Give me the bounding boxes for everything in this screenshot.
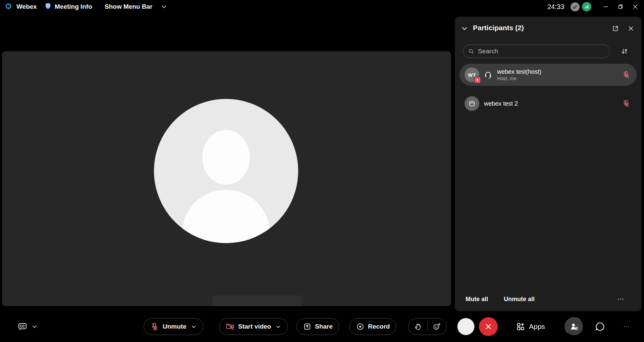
apps-label: Apps [529,323,545,331]
shield-icon [44,2,52,11]
participant-row[interactable]: webex test 2 [460,93,637,115]
controls-dock-shadow [213,295,302,306]
participant-name: webex test 2 [484,100,518,108]
chevron-down-icon[interactable] [191,324,197,330]
presenter-badge-icon [474,76,481,83]
control-bar: CC Unmute Start video [0,311,644,342]
close-panel-button[interactable] [625,23,637,34]
participants-panel-header: Participants (2) [455,21,641,36]
show-menu-bar-button[interactable]: Show Menu Bar [105,0,168,13]
device-avatar [465,96,479,111]
chevron-down-icon [160,3,168,10]
app-title: Webex [16,3,37,10]
divider [427,322,428,331]
leave-meeting-button[interactable] [479,317,498,336]
encryption-indicator[interactable] [571,0,580,13]
unmute-label: Unmute [163,323,186,330]
participants-panel: Participants (2) [455,17,641,311]
raise-hand-icon[interactable] [414,322,423,331]
show-menu-bar-label: Show Menu Bar [105,3,153,10]
webex-brand: Webex [3,0,37,13]
title-bar: Webex Meeting Info Show Menu Bar 24:33 [0,0,644,13]
key-icon [571,2,580,11]
participants-panel-title: Participants (2) [473,24,524,32]
close-window-button[interactable] [629,0,642,13]
mic-muted-icon[interactable] [622,70,631,79]
video-stage [2,51,451,306]
participants-icon [569,322,579,332]
chat-button[interactable] [592,319,608,335]
record-button[interactable]: Record [350,318,396,335]
mute-all-button[interactable]: Mute all [466,292,488,306]
participant-name: webex test(host) [497,68,541,76]
unmute-all-button[interactable]: Unmute all [504,292,535,306]
more-panels-button[interactable] [621,321,633,333]
participant-search[interactable] [463,45,610,58]
search-input[interactable] [478,48,605,55]
connection-quality-indicator[interactable] [582,0,591,13]
more-options-button[interactable] [457,318,475,335]
participant-avatar-placeholder [154,99,298,243]
mic-muted-icon [150,322,159,331]
avatar: WT [465,67,479,82]
share-screen-icon [303,322,312,331]
apps-grid-icon [516,322,526,332]
close-icon [484,322,493,331]
meeting-info-button[interactable]: Meeting Info [44,0,92,13]
minimize-button[interactable] [599,0,612,13]
unmute-button[interactable]: Unmute [144,318,203,335]
participants-toggle-button[interactable] [565,317,584,336]
signal-bars-icon [582,2,591,11]
camera-off-icon [225,322,235,331]
chat-bubble-icon [594,321,606,332]
record-label: Record [368,323,390,330]
reactions-group [408,318,447,335]
sort-participants-button[interactable] [619,45,631,57]
participant-role: Host, me [497,75,541,81]
closed-captions-button[interactable]: CC [17,321,28,332]
webex-logo-icon [3,1,13,12]
chevron-down-icon[interactable] [275,324,281,330]
participant-row-host[interactable]: WT webex test(host) Host, me [460,64,637,86]
share-label: Share [315,323,333,330]
mic-muted-icon[interactable] [622,99,631,108]
collapse-panel-button[interactable] [460,23,470,34]
meeting-info-label: Meeting Info [55,3,92,10]
cc-label: CC [20,325,25,328]
popout-panel-button[interactable] [610,23,621,34]
share-button[interactable]: Share [297,318,339,335]
panel-more-options-button[interactable] [614,293,627,305]
record-icon [356,322,365,331]
search-icon [468,48,475,55]
start-video-button[interactable]: Start video [219,318,288,335]
device-icon [468,100,476,108]
apps-button[interactable]: Apps [516,322,545,332]
start-video-label: Start video [238,323,271,330]
captions-chevron-button[interactable] [30,322,39,331]
reactions-emoji-icon[interactable] [432,322,441,331]
headset-icon [484,70,492,79]
restore-window-button[interactable] [614,0,627,13]
participants-panel-footer: Mute all Unmute all [455,292,641,306]
meeting-timer: 24:33 [547,0,564,13]
